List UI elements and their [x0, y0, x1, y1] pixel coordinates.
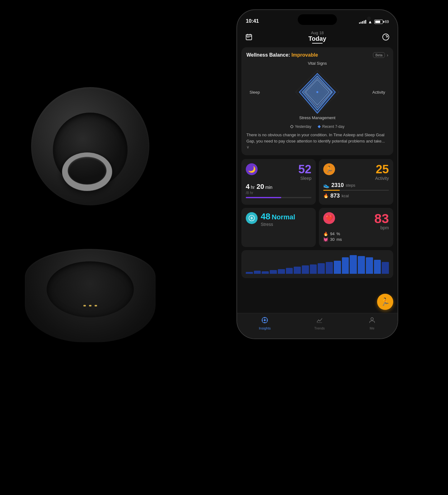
svg-marker-18 [318, 125, 321, 128]
refresh-icon [382, 33, 390, 41]
wellness-title-group: Wellness Balance: Improvable [246, 52, 318, 58]
kcal-unit: kcal [342, 194, 349, 198]
chart-bar [382, 262, 389, 274]
calendar-button[interactable] [244, 32, 254, 42]
phone: 10:41 ▲ 69 [236, 9, 398, 339]
radar-label-stress: Stress Management [299, 115, 335, 120]
heart-bpm-label: bpm [374, 225, 389, 230]
chart-bar [326, 262, 333, 274]
svg-point-24 [266, 320, 267, 321]
hrv-pct-unit: % [336, 231, 340, 236]
hrv-pct-stat: 🔥 94 % [323, 231, 389, 236]
activity-detail: 👟 2310 steps 🔥 873 kc [323, 182, 389, 199]
metrics-row-1: 🌙 52 Sleep 4 hr 20 [241, 159, 393, 205]
trends-icon [316, 316, 323, 325]
ring-band [62, 149, 112, 190]
sleep-hr-unit: hr [251, 185, 254, 190]
svg-point-22 [264, 319, 266, 321]
svg-point-25 [262, 320, 263, 321]
battery-fill [375, 21, 380, 23]
chart-bar [310, 264, 317, 274]
dynamic-island [298, 14, 337, 25]
svg-rect-4 [247, 37, 248, 38]
svg-point-6 [383, 34, 389, 40]
sleep-progress-fill [246, 197, 281, 198]
wellness-card[interactable]: Wellness Balance: Improvable Beta › Vita… [241, 47, 393, 155]
contact-2 [89, 305, 91, 306]
svg-marker-17 [290, 125, 293, 128]
ring-base-inner [47, 261, 134, 317]
yesterday-diamond-icon [290, 125, 293, 128]
chart-bar [334, 261, 341, 273]
chart-bar [318, 263, 325, 274]
contact-1 [83, 305, 86, 306]
ring-outer [59, 152, 115, 191]
beta-badge: Beta [373, 52, 385, 58]
kcal-value: 873 [330, 193, 340, 199]
fire-icon: 🔥 [323, 193, 329, 198]
recent-diamond-icon [318, 125, 321, 128]
flame-icon: 🔥 [323, 231, 328, 236]
chart-bar [358, 256, 365, 273]
radar-chart [292, 67, 342, 117]
heart-wave-icon: 💓 [323, 237, 328, 242]
insights-icon [261, 316, 268, 325]
activity-fab-icon: 🏃 [380, 297, 390, 306]
status-time: 10:41 [246, 18, 259, 24]
ring-device [25, 87, 156, 342]
radar-label-vital-signs: Vital Signs [308, 61, 327, 66]
svg-point-28 [371, 318, 373, 320]
svg-point-23 [264, 318, 265, 319]
metrics-row-2: 48 Normal Stress ❤️ [241, 208, 393, 247]
heart-detail: 🔥 94 % 💓 30 ms [323, 231, 389, 242]
refresh-button[interactable] [381, 32, 391, 42]
chart-bar [270, 270, 277, 273]
stress-score: 48 [261, 212, 270, 221]
heart-icon: ❤️ [323, 212, 335, 224]
heart-score: 83 [374, 212, 389, 225]
battery-percent: 69 [385, 20, 389, 24]
stress-card[interactable]: 48 Normal Stress [241, 208, 316, 247]
charging-contacts [83, 305, 97, 306]
chart-bar [246, 272, 253, 274]
expand-icon[interactable]: ∨ [246, 145, 250, 149]
activity-chart-card[interactable] [241, 250, 393, 278]
chart-bar [342, 257, 349, 274]
scroll-content: Wellness Balance: Improvable Beta › Vita… [237, 47, 398, 278]
activity-fab-button[interactable]: 🏃 [377, 294, 393, 310]
radar-legend: Yesterday Recent 7-day [246, 124, 388, 129]
wellness-description: There is no obvious change in your condi… [246, 132, 388, 150]
phone-frame: 10:41 ▲ 69 [236, 9, 398, 339]
chart-bar [294, 267, 301, 274]
heart-card[interactable]: ❤️ 83 bpm 🔥 94 % [319, 208, 393, 247]
tab-trends[interactable]: Trends [314, 316, 325, 330]
nav-title: Today [308, 35, 326, 42]
kcal-stat: 🔥 873 kcal [323, 193, 389, 199]
calendar-icon [245, 33, 253, 41]
sleep-goal: /8 hr [246, 191, 311, 195]
tab-insights-label: Insights [259, 326, 271, 330]
app-content: Aug 18 Today [237, 27, 398, 339]
svg-rect-5 [249, 37, 250, 38]
wellness-header: Wellness Balance: Improvable Beta › [246, 52, 388, 58]
tab-me[interactable]: Me [368, 316, 376, 330]
wellness-status: Improvable [292, 52, 318, 58]
tab-insights[interactable]: Insights [259, 316, 271, 330]
tab-trends-label: Trends [314, 326, 325, 330]
me-icon [368, 316, 376, 325]
stress-label: Stress [261, 222, 295, 227]
steps-stat: 👟 2310 steps [323, 182, 389, 189]
radar-area: Vital Signs Sleep Activity Stress Manage… [246, 61, 388, 123]
sleep-hours: 4 [246, 183, 250, 190]
sleep-card[interactable]: 🌙 52 Sleep 4 hr 20 [241, 159, 316, 205]
shoe-icon: 👟 [323, 182, 329, 188]
hrv-ms-value: 30 [330, 237, 334, 242]
legend-recent-label: Recent 7-day [322, 124, 344, 129]
contact-3 [95, 305, 97, 306]
steps-value: 2310 [331, 182, 344, 189]
activity-card[interactable]: 🏃 25 Activity 👟 2310 steps [319, 159, 393, 205]
sleep-progress-track [246, 197, 311, 198]
activity-icon: 🏃 [323, 163, 335, 175]
sleep-score: 52 [298, 163, 311, 175]
svg-point-16 [316, 91, 318, 93]
